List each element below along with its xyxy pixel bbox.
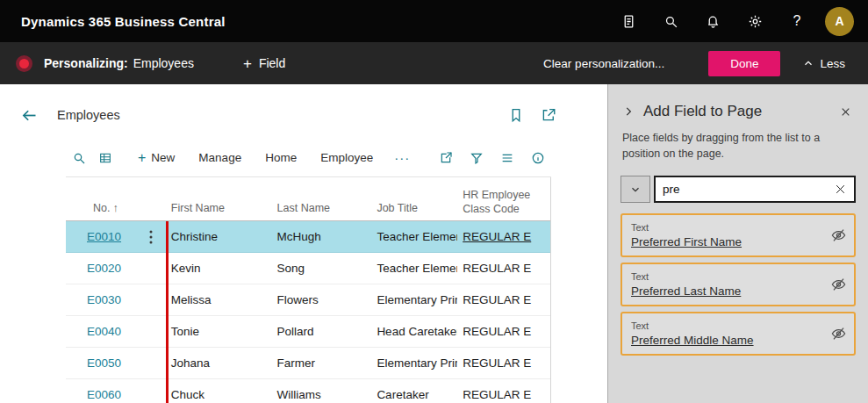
search-icon[interactable] xyxy=(649,0,692,42)
chevron-right-icon[interactable] xyxy=(619,102,638,121)
info-icon[interactable] xyxy=(525,145,551,171)
cell-first-name: Tonie xyxy=(166,325,272,338)
column-header-hr-class[interactable]: HR Employee Class Code xyxy=(457,188,550,221)
employee-no-link[interactable]: E0050 xyxy=(87,356,121,370)
more-options-icon[interactable]: ··· xyxy=(394,150,410,165)
cell-job-title: Teacher Element... xyxy=(371,262,457,275)
back-button[interactable] xyxy=(14,100,44,130)
page-header: Employees xyxy=(0,84,607,139)
field-item-preferred-middle-name[interactable]: Text Preferred Middle Name xyxy=(621,312,856,356)
table-header-row: No.↑ First Name Last Name Job Title HR E… xyxy=(66,177,550,221)
table-row[interactable]: E0060 Chuck Williams Caretaker REGULAR E xyxy=(66,379,550,403)
chevron-down-icon xyxy=(630,184,641,195)
table-row[interactable]: E0020 Kevin Song Teacher Element... REGU… xyxy=(66,253,550,284)
search-options-dropdown[interactable] xyxy=(621,176,650,203)
home-menu[interactable]: Home xyxy=(265,151,297,164)
column-header-job-title[interactable]: Job Title xyxy=(371,202,457,220)
add-field-button[interactable]: + Field xyxy=(243,56,285,71)
top-bar-icons: ? A xyxy=(607,0,861,42)
cell-hr-class: REGULAR E xyxy=(457,388,550,401)
arrow-left-icon xyxy=(20,106,39,125)
new-label: New xyxy=(151,151,175,164)
employee-no-link[interactable]: E0030 xyxy=(87,293,121,306)
page-title: Employees xyxy=(57,108,120,122)
cell-last-name: Flowers xyxy=(272,293,372,306)
avatar[interactable]: A xyxy=(825,7,854,36)
column-label-line1: HR Employee xyxy=(463,188,545,202)
cell-hr-class: REGULAR E xyxy=(457,262,550,275)
employee-no-link[interactable]: E0040 xyxy=(87,325,121,338)
cell-last-name: McHugh xyxy=(272,230,372,243)
cell-hr-class-value: REGULAR E xyxy=(463,230,531,243)
personalization-bar: Personalizing: Employees + Field Clear p… xyxy=(0,42,868,84)
less-button[interactable]: Less xyxy=(803,57,845,70)
clear-personalization-button[interactable]: Clear personalization... xyxy=(543,57,664,70)
column-header-no[interactable]: No.↑ xyxy=(66,202,166,220)
personalization-insert-indicator xyxy=(166,221,169,403)
employee-no-link[interactable]: E0020 xyxy=(87,262,121,275)
cell-hr-class: REGULAR E xyxy=(457,230,550,243)
cell-last-name: Williams xyxy=(272,388,372,401)
cell-hr-class: REGULAR E xyxy=(457,293,550,306)
field-item-preferred-first-name[interactable]: Text Preferred First Name xyxy=(621,213,856,257)
employee-no-link[interactable]: E0060 xyxy=(87,388,121,401)
employees-table: No.↑ First Name Last Name Job Title HR E… xyxy=(66,177,551,403)
cell-first-name: Christine xyxy=(166,230,272,243)
open-in-new-window-icon[interactable] xyxy=(541,105,560,125)
notifications-icon[interactable] xyxy=(692,0,734,42)
field-search-input[interactable] xyxy=(663,183,829,196)
table-row[interactable]: E0030 Melissa Flowers Elementary Prin...… xyxy=(66,284,550,316)
field-type-label: Text xyxy=(631,222,822,233)
app-window: Dynamics 365 Business Central ? A Person… xyxy=(0,0,868,403)
main-area: Employees + xyxy=(0,84,868,403)
table-row[interactable]: E0040 Tonie Pollard Head Caretaker REGUL… xyxy=(66,316,550,348)
show-list-icon[interactable] xyxy=(494,145,520,171)
close-icon[interactable] xyxy=(835,101,856,122)
search-list-icon[interactable] xyxy=(66,145,92,171)
help-icon[interactable]: ? xyxy=(776,0,818,42)
panel-header: Add Field to Page xyxy=(608,84,868,131)
column-header-last-name[interactable]: Last Name xyxy=(272,202,372,220)
row-options-icon[interactable] xyxy=(145,229,157,245)
report-icon[interactable] xyxy=(607,0,649,42)
toolbar-right-icons xyxy=(433,145,551,171)
share-icon[interactable] xyxy=(433,145,459,171)
panel-description: Place fields by dragging from the list t… xyxy=(608,131,868,162)
app-title: Dynamics 365 Business Central xyxy=(21,14,226,29)
cell-job-title: Caretaker xyxy=(371,388,457,401)
table-row-selected[interactable]: E0010 Christine McHugh Teacher Element..… xyxy=(66,221,550,253)
clear-search-icon[interactable] xyxy=(829,179,850,200)
column-header-first-name[interactable]: First Name xyxy=(166,202,272,220)
field-item-preferred-last-name[interactable]: Text Preferred Last Name xyxy=(621,263,856,306)
switch-view-icon[interactable] xyxy=(92,145,118,171)
cell-first-name: Melissa xyxy=(166,293,272,306)
page-header-icons xyxy=(508,105,560,125)
employee-no-link[interactable]: E0010 xyxy=(87,230,121,243)
top-bar: Dynamics 365 Business Central ? A xyxy=(0,0,868,42)
add-field-panel: Add Field to Page Place fields by draggi… xyxy=(607,84,868,403)
cell-no: E0010 xyxy=(66,229,166,245)
table-row[interactable]: E0050 Johana Farmer Elementary Prin... R… xyxy=(66,348,550,379)
search-box xyxy=(654,176,856,203)
list-toolbar: + New Manage Home Employee ··· xyxy=(66,139,551,177)
cell-no: E0060 xyxy=(66,388,166,401)
bookmark-icon[interactable] xyxy=(508,105,527,125)
cell-hr-class: REGULAR E xyxy=(457,356,550,370)
employee-menu[interactable]: Employee xyxy=(320,151,373,164)
settings-gear-icon[interactable] xyxy=(734,0,776,42)
cell-no: E0030 xyxy=(66,293,166,306)
panel-title: Add Field to Page xyxy=(643,103,835,120)
cell-first-name: Chuck xyxy=(166,388,272,401)
hidden-field-eye-slash-icon xyxy=(830,277,847,293)
cell-hr-class: REGULAR E xyxy=(457,325,550,338)
new-button[interactable]: + New xyxy=(138,151,175,165)
cell-no: E0020 xyxy=(66,262,166,275)
filter-icon[interactable] xyxy=(463,145,490,171)
cell-no: E0050 xyxy=(66,356,166,370)
done-button[interactable]: Done xyxy=(708,51,780,76)
field-name-label: Preferred Last Name xyxy=(631,284,822,298)
cell-last-name: Song xyxy=(272,262,372,275)
cell-first-name: Kevin xyxy=(166,262,272,275)
cell-job-title: Head Caretaker xyxy=(371,325,457,338)
manage-menu[interactable]: Manage xyxy=(198,151,241,164)
